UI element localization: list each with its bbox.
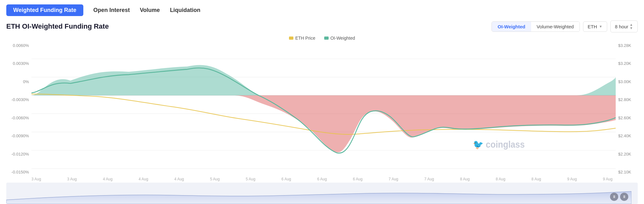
chevron-down-icon: ▼ bbox=[599, 25, 602, 28]
legend-eth-price: ETH Price bbox=[289, 36, 315, 41]
header-controls: OI-Weighted Volume-Weighted ETH ▼ 8 hour… bbox=[491, 20, 638, 32]
up-down-icon: ▲▼ bbox=[630, 23, 633, 30]
x-axis: 3 Aug 3 Aug 4 Aug 4 Aug 4 Aug 5 Aug 5 Au… bbox=[6, 176, 638, 181]
y-axis-left: 0.0060% 0.0030% 0% -0.0030% -0.0060% -0.… bbox=[6, 42, 31, 176]
volume-weighted-btn[interactable]: Volume-Weighted bbox=[531, 22, 580, 31]
mini-chart-controls: ⏸ ⏸ bbox=[610, 193, 628, 201]
svg-text:🐦 coinglass: 🐦 coinglass bbox=[473, 139, 525, 150]
chart-title: ETH OI-Weighted Funding Rate bbox=[6, 22, 109, 31]
top-navigation: Weighted Funding Rate Open Interest Volu… bbox=[6, 4, 638, 16]
chart-header: ETH OI-Weighted Funding Rate OI-Weighted… bbox=[6, 20, 638, 32]
y-axis-right: $3.28K $3.20K $3.00K $2.80K $2.60K $2.40… bbox=[616, 42, 638, 176]
oi-weighted-btn[interactable]: OI-Weighted bbox=[492, 22, 531, 31]
legend-oi-weighted-icon bbox=[324, 37, 329, 40]
mini-chart: ⏸ ⏸ bbox=[6, 183, 638, 204]
tab-liquidation[interactable]: Liquidation bbox=[170, 7, 200, 14]
chart-svg: 🐦 coinglass bbox=[31, 42, 616, 176]
tab-weighted-funding-rate[interactable]: Weighted Funding Rate bbox=[6, 4, 83, 16]
mini-pause-btn-1[interactable]: ⏸ bbox=[610, 193, 618, 201]
chart-area: ETH Price OI-Weighted 0.0060% 0.0030% 0%… bbox=[6, 36, 638, 204]
tab-volume[interactable]: Volume bbox=[140, 7, 160, 14]
mini-pause-btn-2[interactable]: ⏸ bbox=[620, 193, 628, 201]
legend-oi-weighted: OI-Weighted bbox=[324, 36, 355, 41]
chart-legend: ETH Price OI-Weighted bbox=[6, 36, 638, 41]
main-chart: 0.0060% 0.0030% 0% -0.0030% -0.0060% -0.… bbox=[6, 42, 638, 176]
legend-eth-price-icon bbox=[289, 37, 293, 40]
weight-toggle: OI-Weighted Volume-Weighted bbox=[491, 21, 580, 32]
interval-select[interactable]: 8 hour ▲▼ bbox=[610, 20, 638, 32]
tab-open-interest[interactable]: Open Interest bbox=[93, 7, 130, 14]
asset-select[interactable]: ETH ▼ bbox=[583, 21, 607, 32]
